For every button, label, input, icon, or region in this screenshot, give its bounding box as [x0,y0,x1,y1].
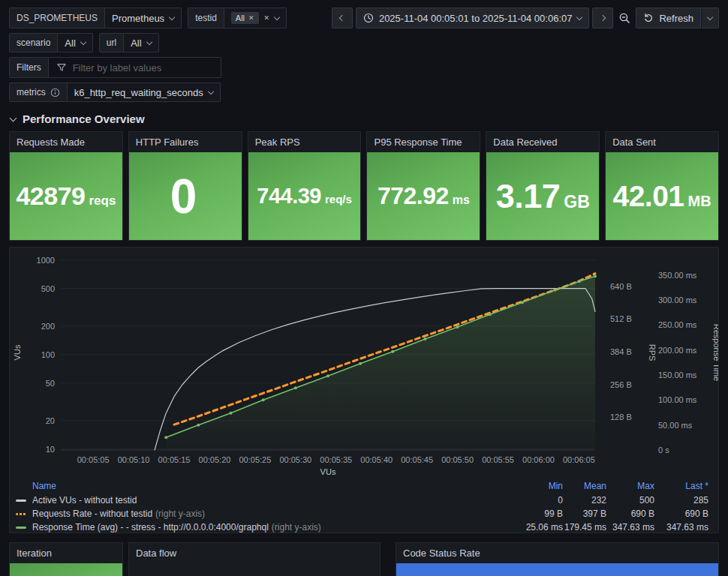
filters-label: Filters [9,57,49,78]
panel-iteration: Iteration [9,542,123,576]
legend-header-min[interactable]: Min [518,481,563,491]
svg-text:384 B: 384 B [610,347,632,356]
panel-title[interactable]: Peak RPS [248,132,361,152]
toolbar-row-3: Filters [9,57,719,78]
info-icon [50,88,60,98]
var-label-ds-prometheus: DS_PROMETHEUS [9,8,105,28]
panel-title[interactable]: P95 Response Time [367,132,480,152]
chevron-down-icon [169,14,175,20]
selected-value-chip[interactable]: All ✕ [231,12,259,24]
chevron-down-icon [707,14,713,20]
time-range-text: 2025-11-04 00:05:01 to 2025-11-04 00:06:… [379,13,573,24]
legend-last: 690 B [654,508,708,519]
filters-input-box[interactable] [49,57,221,78]
legend-min: 99 B [518,508,563,519]
legend-header-row: Name Min Mean Max Last * [16,478,708,494]
var-datasource: DS_PROMETHEUS Prometheus [9,8,182,28]
filters-input[interactable] [73,62,213,74]
refresh-button[interactable]: Refresh [636,8,701,28]
stat-value-area: 42.01MB [606,152,718,240]
svg-text:00:05:50: 00:05:50 [441,455,474,464]
stat-unit: GB [564,192,590,212]
svg-text:150.00 ms: 150.00 ms [658,370,697,380]
svg-text:00:05:45: 00:05:45 [401,455,433,464]
panel-title[interactable]: Data flow [129,543,380,563]
url-picker[interactable]: All [124,33,158,52]
legend-series-name[interactable]: Requests Rate - without testid(right y-a… [16,508,518,519]
chip-label: All [236,14,245,22]
scenario-picker[interactable]: All [58,33,92,52]
svg-text:VUs: VUs [13,344,22,360]
testid-picker[interactable]: All ✕ ✕ [224,8,287,28]
legend-series-name[interactable]: Active VUs - without testid [16,495,518,506]
svg-text:00:05:25: 00:05:25 [239,455,271,464]
legend-max: 347.63 ms [606,522,654,532]
panel-title[interactable]: Data Received [486,132,599,152]
stat-value: 744.39 [257,184,321,208]
stat-panel-data-received: Data Received 3.17GB [486,131,600,241]
stat-unit: MB [688,193,711,210]
svg-text:Response Time: Response Time [712,324,718,381]
timeseries-plot[interactable]: 102050100200500100000:05:0500:05:1000:05… [10,249,718,477]
svg-text:256 B: 256 B [610,380,632,389]
panel-title[interactable]: Code Status Rate [396,543,718,563]
chevron-down-icon [576,14,582,20]
stat-value: 3.17 [496,177,561,216]
legend-last: 347.63 ms [654,522,708,532]
section-performance-overview[interactable]: Performance Overview [11,112,719,125]
svg-text:1000: 1000 [37,256,55,265]
svg-text:128 B: 128 B [610,412,632,422]
chevron-down-icon [146,38,152,44]
svg-text:640 B: 640 B [610,282,632,291]
legend-header-last[interactable]: Last * [654,481,708,491]
var-label-text: metrics [17,87,46,98]
var-label-text: DS_PROMETHEUS [17,13,98,23]
code-status-bar [396,563,718,576]
legend-header-max[interactable]: Max [606,481,654,491]
var-label-scenario: scenario [9,33,58,52]
svg-text:512 B: 512 B [610,314,632,323]
time-shift-forward-button[interactable] [592,8,613,28]
svg-text:00:05:55: 00:05:55 [482,455,514,464]
panel-title[interactable]: Data Sent [606,132,718,152]
legend-min: 25.06 ms [518,522,563,532]
svg-text:00:06:05: 00:06:05 [563,455,595,464]
zoom-out-icon [618,12,630,24]
legend-header-name[interactable]: Name [16,481,518,491]
k6-grafana-dashboard: DS_PROMETHEUS Prometheus testid All ✕ ✕ [0,0,728,576]
svg-text:50: 50 [46,379,55,388]
stat-value: 42.01 [612,180,684,213]
legend-mean: 179.45 ms [563,522,606,532]
stat-value: 772.92 [378,182,449,210]
stat-value: 0 [170,169,197,224]
toolbar-row-1: DS_PROMETHEUS Prometheus testid All ✕ ✕ [9,8,719,28]
time-range-picker[interactable]: 2025-11-04 00:05:01 to 2025-11-04 00:06:… [356,8,590,28]
zoom-out-button[interactable] [616,12,633,24]
svg-text:500: 500 [41,284,55,293]
legend-header-mean[interactable]: Mean [563,481,606,491]
stat-panel-data-sent: Data Sent 42.01MB [605,131,719,241]
panel-title[interactable]: HTTP Failures [129,132,242,152]
refresh-group: Refresh [636,8,719,28]
refresh-interval-dropdown[interactable] [701,8,719,28]
stat-panel-requests-made: Requests Made 42879reqs [9,131,123,241]
datasource-picker[interactable]: Prometheus [105,8,182,28]
legend-min: 0 [518,495,563,506]
panel-title[interactable]: Requests Made [10,132,122,152]
legend-row-requests-rate: Requests Rate - without testid(right y-a… [16,507,708,520]
var-label-text: scenario [17,38,50,48]
stat-value-area: 744.39req/s [248,152,361,240]
var-label-metrics: metrics [9,82,68,102]
remove-value-icon[interactable]: ✕ [248,15,254,22]
var-label-text: testid [195,13,217,23]
var-scenario: scenario All [9,33,93,52]
svg-text:RPS: RPS [648,344,657,362]
panel-title[interactable]: Iteration [10,543,122,563]
svg-text:300.00 ms: 300.00 ms [658,296,697,304]
clear-all-icon[interactable]: ✕ [264,15,270,22]
stat-value-area: 42879reqs [10,152,122,240]
metrics-picker[interactable]: k6_http_req_waiting_seconds [68,82,221,102]
legend-series-name[interactable]: Response Time (avg) - - stress - http://… [16,522,518,532]
svg-text:00:05:30: 00:05:30 [279,455,311,464]
time-shift-back-button[interactable] [332,8,353,28]
